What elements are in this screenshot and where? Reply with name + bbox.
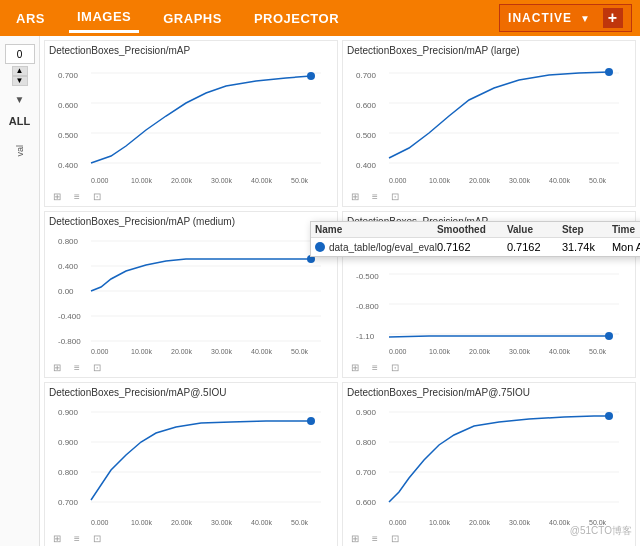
expand-icon-4[interactable]: ⊞ — [347, 361, 363, 373]
sidebar-input-group: ▲ ▼ — [4, 44, 35, 86]
svg-text:30.00k: 30.00k — [211, 177, 233, 184]
tooltip-col-time: Time — [612, 224, 640, 235]
svg-text:40.00k: 40.00k — [549, 519, 571, 526]
chart-map-title: DetectionBoxes_Precision/mAP — [49, 45, 333, 56]
chart-flat-icons: ⊞ ≡ ⊡ — [347, 361, 631, 373]
chart-map75-svg: 0.900 0.800 0.700 0.600 0.000 10.00k 20.… — [347, 400, 631, 530]
status-label: INACTIVE — [508, 11, 572, 25]
tooltip-smoothed: 0.7162 — [437, 241, 507, 253]
tooltip-col-name: Name — [315, 224, 437, 235]
svg-text:40.00k: 40.00k — [251, 177, 273, 184]
svg-text:10.00k: 10.00k — [429, 519, 451, 526]
data-tooltip: Name Smoothed Value Step Time Rela data_… — [310, 221, 640, 257]
svg-text:10.00k: 10.00k — [131, 177, 153, 184]
image-icon[interactable]: ⊡ — [89, 190, 105, 202]
menu-icon-2[interactable]: ≡ — [367, 190, 383, 202]
all-button[interactable]: ALL — [7, 113, 32, 129]
image-icon-3[interactable]: ⊡ — [89, 361, 105, 373]
expand-icon-5[interactable]: ⊞ — [49, 532, 65, 544]
svg-text:0.000: 0.000 — [389, 348, 407, 355]
expand-icon-3[interactable]: ⊞ — [49, 361, 65, 373]
svg-text:0.000: 0.000 — [389, 177, 407, 184]
svg-point-23 — [605, 68, 613, 76]
svg-text:0.000: 0.000 — [91, 177, 109, 184]
svg-text:50.0k: 50.0k — [291, 519, 309, 526]
sidebar-stepper: ▲ ▼ — [12, 66, 28, 86]
svg-text:20.00k: 20.00k — [469, 519, 491, 526]
chevron-down-icon: ▼ — [580, 13, 591, 24]
svg-text:0.600: 0.600 — [356, 498, 377, 507]
tooltip-col-smoothed: Smoothed — [437, 224, 507, 235]
svg-text:0.900: 0.900 — [58, 408, 79, 417]
image-icon-2[interactable]: ⊡ — [387, 190, 403, 202]
chart-map-medium: DetectionBoxes_Precision/mAP (medium) 0.… — [44, 211, 338, 378]
chart-map-large-icons: ⊞ ≡ ⊡ — [347, 190, 631, 202]
nav-graphs[interactable]: GRAPHS — [155, 5, 230, 32]
tooltip-data-row: data_table/log/eval_eval 0.7162 0.7162 3… — [311, 238, 640, 256]
chart-map75-title: DetectionBoxes_Precision/mAP@.75IOU — [347, 387, 631, 398]
svg-text:50.0k: 50.0k — [589, 177, 607, 184]
svg-text:0.600: 0.600 — [58, 101, 79, 110]
svg-point-70 — [307, 417, 315, 425]
sidebar-dropdown[interactable]: ▼ — [15, 94, 25, 105]
svg-text:30.00k: 30.00k — [509, 519, 531, 526]
svg-text:0.700: 0.700 — [58, 498, 79, 507]
menu-icon-6[interactable]: ≡ — [367, 532, 383, 544]
add-button[interactable]: + — [603, 8, 623, 28]
tooltip-time: Mon Aug 6, 19:15:51 — [612, 241, 640, 253]
svg-text:50.0k: 50.0k — [291, 177, 309, 184]
expand-icon[interactable]: ⊞ — [49, 190, 65, 202]
svg-text:30.00k: 30.00k — [211, 519, 233, 526]
chart-map-medium-icons: ⊞ ≡ ⊡ — [49, 361, 333, 373]
svg-text:50.0k: 50.0k — [589, 348, 607, 355]
menu-icon-4[interactable]: ≡ — [367, 361, 383, 373]
svg-text:30.00k: 30.00k — [509, 348, 531, 355]
sidebar-input[interactable] — [5, 44, 35, 64]
svg-text:0.600: 0.600 — [356, 101, 377, 110]
svg-text:-0.800: -0.800 — [356, 302, 379, 311]
svg-text:0.700: 0.700 — [356, 71, 377, 80]
tooltip-name: data_table/log/eval_eval — [329, 242, 437, 253]
tooltip-step: 31.74k — [562, 241, 612, 253]
image-icon-5[interactable]: ⊡ — [89, 532, 105, 544]
svg-text:0.00: 0.00 — [58, 287, 74, 296]
svg-text:0.000: 0.000 — [91, 519, 109, 526]
chart-map-large-wrapper: 0.700 0.600 0.500 0.400 0.000 10.00k 20.… — [347, 58, 631, 188]
menu-icon-3[interactable]: ≡ — [69, 361, 85, 373]
nav-ars[interactable]: ARS — [8, 5, 53, 32]
decrement-button[interactable]: ▼ — [12, 76, 28, 86]
top-nav: ARS IMAGES GRAPHS PROJECTOR INACTIVE ▼ + — [0, 0, 640, 36]
svg-text:20.00k: 20.00k — [171, 348, 193, 355]
expand-icon-2[interactable]: ⊞ — [347, 190, 363, 202]
chart-map-wrapper: 0.700 0.600 0.500 0.400 — [49, 58, 333, 188]
svg-text:0.800: 0.800 — [356, 438, 377, 447]
svg-text:-0.500: -0.500 — [356, 272, 379, 281]
expand-icon-6[interactable]: ⊞ — [347, 532, 363, 544]
svg-text:20.00k: 20.00k — [469, 348, 491, 355]
svg-text:40.00k: 40.00k — [251, 519, 273, 526]
svg-text:0.000: 0.000 — [91, 348, 109, 355]
nav-projector[interactable]: PROJECTOR — [246, 5, 347, 32]
svg-text:-0.800: -0.800 — [58, 337, 81, 346]
svg-text:0.400: 0.400 — [58, 262, 79, 271]
chart-map50-svg: 0.900 0.900 0.800 0.700 0.000 10.00k 20.… — [49, 400, 333, 530]
tooltip-col-step: Step — [562, 224, 612, 235]
svg-text:20.00k: 20.00k — [171, 177, 193, 184]
menu-icon-5[interactable]: ≡ — [69, 532, 85, 544]
chart-map-large-title: DetectionBoxes_Precision/mAP (large) — [347, 45, 631, 56]
image-icon-6[interactable]: ⊡ — [387, 532, 403, 544]
svg-text:30.00k: 30.00k — [211, 348, 233, 355]
svg-text:0.400: 0.400 — [356, 161, 377, 170]
chart-map75-wrapper: 0.900 0.800 0.700 0.600 0.000 10.00k 20.… — [347, 400, 631, 530]
increment-button[interactable]: ▲ — [12, 66, 28, 76]
tooltip-name-cell: data_table/log/eval_eval — [315, 242, 437, 253]
chart-map-svg: 0.700 0.600 0.500 0.400 — [49, 58, 333, 188]
tooltip-dot — [315, 242, 325, 252]
eval-label: val — [15, 145, 25, 157]
svg-point-8 — [307, 72, 315, 80]
menu-icon[interactable]: ≡ — [69, 190, 85, 202]
chart-map-large: DetectionBoxes_Precision/mAP (large) 0.7… — [342, 40, 636, 207]
nav-images[interactable]: IMAGES — [69, 3, 139, 33]
status-dropdown[interactable]: INACTIVE ▼ + — [499, 4, 632, 32]
image-icon-4[interactable]: ⊡ — [387, 361, 403, 373]
